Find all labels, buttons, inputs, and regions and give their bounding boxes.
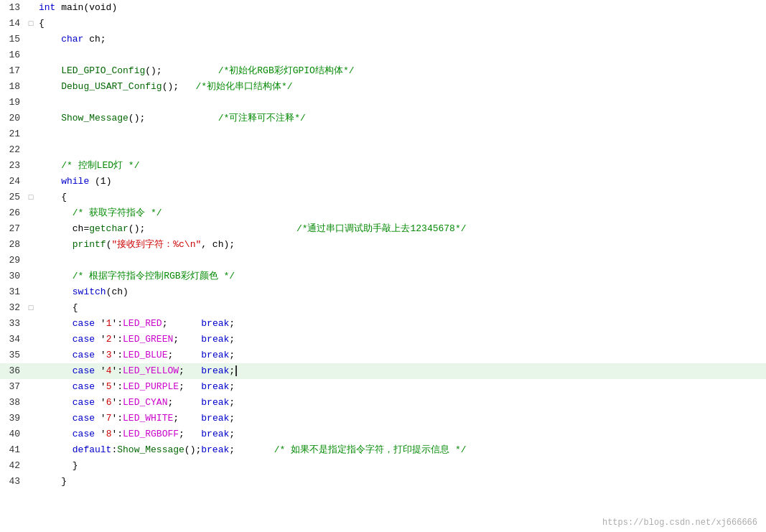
line-number: 36 bbox=[0, 363, 26, 379]
line-number: 40 bbox=[0, 426, 26, 442]
code-line: LED_GPIO_Config(); /*初始化RGB彩灯GPIO结构体*/ bbox=[36, 63, 766, 79]
fold-indicator bbox=[26, 284, 36, 300]
code-line: char ch; bbox=[36, 32, 766, 47]
watermark: https://blog.csdn.net/xj666666 bbox=[602, 518, 757, 528]
table-row: 39 case '7':LED_WHITE; break; bbox=[0, 411, 766, 426]
fold-indicator bbox=[26, 158, 36, 174]
fold-indicator bbox=[26, 174, 36, 190]
line-number: 25 bbox=[0, 190, 26, 205]
table-row: 35 case '3':LED_BLUE; break; bbox=[0, 347, 766, 363]
table-row: 14□{ bbox=[0, 16, 766, 32]
code-line: { bbox=[36, 300, 766, 316]
code-line: { bbox=[36, 190, 766, 205]
table-row: 24 while (1) bbox=[0, 174, 766, 190]
table-row: 28 printf("接收到字符：%c\n", ch); bbox=[0, 237, 766, 253]
line-number: 20 bbox=[0, 111, 26, 126]
fold-indicator bbox=[26, 426, 36, 442]
line-number: 38 bbox=[0, 395, 26, 411]
code-line: default:Show_Message();break; /* 如果不是指定指… bbox=[36, 442, 766, 458]
fold-indicator bbox=[26, 363, 36, 379]
fold-indicator bbox=[26, 0, 36, 16]
code-line: case '6':LED_CYAN; break; bbox=[36, 395, 766, 411]
table-row: 34 case '2':LED_GREEN; break; bbox=[0, 332, 766, 347]
table-row: 33 case '1':LED_RED; break; bbox=[0, 316, 766, 332]
line-number: 26 bbox=[0, 205, 26, 221]
table-row: 38 case '6':LED_CYAN; break; bbox=[0, 395, 766, 411]
line-number: 17 bbox=[0, 63, 26, 79]
code-line: case '4':LED_YELLOW; break; bbox=[36, 363, 766, 379]
line-number: 24 bbox=[0, 174, 26, 190]
code-line: Debug_USART_Config(); /*初始化串口结构体*/ bbox=[36, 79, 766, 95]
line-number: 19 bbox=[0, 95, 26, 111]
code-line: /* 获取字符指令 */ bbox=[36, 205, 766, 221]
line-number: 32 bbox=[0, 300, 26, 316]
fold-indicator bbox=[26, 126, 36, 142]
fold-indicator bbox=[26, 458, 36, 474]
code-line: /* 控制LED灯 */ bbox=[36, 158, 766, 174]
table-row: 16 bbox=[0, 47, 766, 63]
fold-indicator bbox=[26, 411, 36, 426]
code-line: case '2':LED_GREEN; break; bbox=[36, 332, 766, 347]
line-number: 33 bbox=[0, 316, 26, 332]
code-line bbox=[36, 142, 766, 158]
fold-indicator bbox=[26, 111, 36, 126]
fold-indicator bbox=[26, 442, 36, 458]
line-number: 37 bbox=[0, 379, 26, 395]
table-row: 29 bbox=[0, 253, 766, 269]
fold-indicator bbox=[26, 379, 36, 395]
line-number: 29 bbox=[0, 253, 26, 269]
code-line bbox=[36, 126, 766, 142]
line-number: 16 bbox=[0, 47, 26, 63]
line-number: 39 bbox=[0, 411, 26, 426]
fold-indicator bbox=[26, 63, 36, 79]
fold-indicator bbox=[26, 32, 36, 47]
fold-indicator bbox=[26, 79, 36, 95]
fold-indicator[interactable]: □ bbox=[26, 300, 36, 316]
line-number: 42 bbox=[0, 458, 26, 474]
fold-indicator bbox=[26, 347, 36, 363]
table-row: 19 bbox=[0, 95, 766, 111]
line-number: 35 bbox=[0, 347, 26, 363]
table-row: 20 Show_Message(); /*可注释可不注释*/ bbox=[0, 111, 766, 126]
code-line: case '1':LED_RED; break; bbox=[36, 316, 766, 332]
table-row: 27 ch=getchar(); /*通过串口调试助手敲上去12345678*/ bbox=[0, 221, 766, 237]
code-line: } bbox=[36, 458, 766, 474]
fold-indicator bbox=[26, 237, 36, 253]
code-line: case '3':LED_BLUE; break; bbox=[36, 347, 766, 363]
code-line: { bbox=[36, 16, 766, 32]
table-row: 13int main(void) bbox=[0, 0, 766, 16]
code-line: /* 根据字符指令控制RGB彩灯颜色 */ bbox=[36, 269, 766, 284]
code-table: 13int main(void)14□{15 char ch;1617 LED_… bbox=[0, 0, 766, 490]
line-number: 22 bbox=[0, 142, 26, 158]
line-number: 27 bbox=[0, 221, 26, 237]
fold-indicator bbox=[26, 142, 36, 158]
fold-indicator bbox=[26, 332, 36, 347]
code-line: int main(void) bbox=[36, 0, 766, 16]
code-line bbox=[36, 95, 766, 111]
line-number: 41 bbox=[0, 442, 26, 458]
table-row: 23 /* 控制LED灯 */ bbox=[0, 158, 766, 174]
line-number: 31 bbox=[0, 284, 26, 300]
line-number: 15 bbox=[0, 32, 26, 47]
table-row: 36 case '4':LED_YELLOW; break; bbox=[0, 363, 766, 379]
fold-indicator[interactable]: □ bbox=[26, 16, 36, 32]
table-row: 41 default:Show_Message();break; /* 如果不是… bbox=[0, 442, 766, 458]
fold-indicator bbox=[26, 221, 36, 237]
code-line bbox=[36, 253, 766, 269]
table-row: 31 switch(ch) bbox=[0, 284, 766, 300]
code-line: ch=getchar(); /*通过串口调试助手敲上去12345678*/ bbox=[36, 221, 766, 237]
code-line: while (1) bbox=[36, 174, 766, 190]
table-row: 21 bbox=[0, 126, 766, 142]
code-editor: 13int main(void)14□{15 char ch;1617 LED_… bbox=[0, 0, 766, 532]
table-row: 15 char ch; bbox=[0, 32, 766, 47]
code-line: case '7':LED_WHITE; break; bbox=[36, 411, 766, 426]
table-row: 18 Debug_USART_Config(); /*初始化串口结构体*/ bbox=[0, 79, 766, 95]
fold-indicator[interactable]: □ bbox=[26, 190, 36, 205]
table-row: 43 } bbox=[0, 474, 766, 490]
code-line: Show_Message(); /*可注释可不注释*/ bbox=[36, 111, 766, 126]
line-number: 13 bbox=[0, 0, 26, 16]
table-row: 25□ { bbox=[0, 190, 766, 205]
fold-indicator bbox=[26, 47, 36, 63]
line-number: 30 bbox=[0, 269, 26, 284]
table-row: 22 bbox=[0, 142, 766, 158]
